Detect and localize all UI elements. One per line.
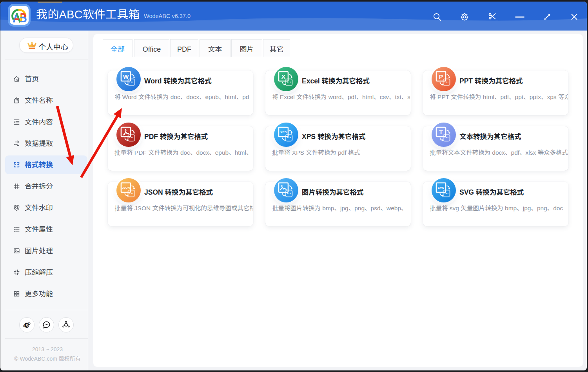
svg-text:P: P bbox=[439, 73, 443, 80]
svg-text:T: T bbox=[439, 129, 443, 135]
svg-text:W: W bbox=[123, 73, 129, 80]
svg-text:JSON: JSON bbox=[122, 186, 130, 190]
svg-text:SVG: SVG bbox=[438, 186, 445, 190]
svg-text:XPS: XPS bbox=[280, 130, 287, 134]
svg-text:X: X bbox=[281, 73, 286, 80]
svg-text:e: e bbox=[24, 321, 29, 329]
